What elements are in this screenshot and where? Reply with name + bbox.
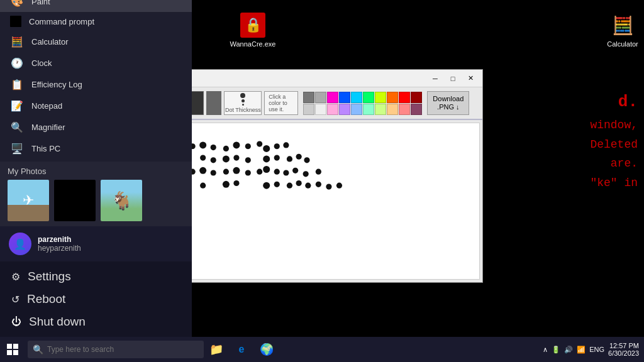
start-menu-bottom: ⚙ Settings ↺ Reboot ⏻ Shut down — [0, 261, 192, 337]
clock-time: 12:57 PM — [609, 342, 639, 349]
thispc-sm-icon: 🖥️ — [10, 141, 24, 155]
svg-point-3 — [199, 141, 206, 148]
reboot-item[interactable]: ↺ Reboot — [0, 288, 192, 310]
search-input[interactable] — [47, 345, 199, 354]
palette-color-19[interactable] — [399, 104, 410, 115]
start-app-thispc[interactable]: 🖥️ This PC — [0, 138, 192, 159]
palette-color-15[interactable] — [351, 104, 362, 115]
desktop-icon-wannacre[interactable]: 🔒 WannaCre.exe — [233, 13, 273, 48]
palette-color-1[interactable] — [303, 92, 314, 103]
settings-item[interactable]: ⚙ Settings — [0, 265, 192, 288]
start-menu-user[interactable]: 👤 parzenith heyparzenith — [0, 226, 192, 261]
taskbar-edge[interactable]: e — [229, 337, 254, 362]
svg-point-22 — [304, 157, 309, 163]
palette-color-2[interactable] — [315, 92, 326, 103]
color-palette — [303, 92, 422, 115]
svg-point-10 — [274, 143, 280, 149]
palette-color-6[interactable] — [363, 92, 374, 103]
palette-color-10[interactable] — [411, 92, 422, 103]
paint-icon: 🎨 — [10, 0, 24, 8]
svg-point-7 — [245, 143, 251, 149]
cmd-background-text: d. window, Deleted are. "ke" in — [590, 88, 638, 193]
start-app-efflog[interactable]: 📋 Efficiency Log — [0, 74, 192, 95]
start-button[interactable] — [0, 337, 25, 362]
my-photos-label: My Photos — [8, 167, 184, 176]
palette-color-4[interactable] — [339, 92, 350, 103]
photo-goat[interactable] — [101, 180, 142, 221]
user-name: parzenith — [38, 235, 81, 244]
shutdown-item[interactable]: ⏻ Shut down — [0, 310, 192, 333]
color-picker-instruction[interactable]: Click a color to use it. — [264, 91, 298, 115]
palette-color-17[interactable] — [375, 104, 386, 115]
cmd-icon — [10, 16, 21, 27]
search-icon: 🔍 — [33, 344, 43, 354]
expand-tray-icon[interactable]: ∧ — [543, 346, 548, 354]
svg-point-26 — [199, 167, 206, 174]
svg-point-21 — [296, 154, 302, 160]
paint-window-title: Paint — [151, 74, 425, 83]
lang-indicator[interactable]: ENG — [589, 346, 604, 353]
palette-color-8[interactable] — [387, 92, 398, 103]
palette-color-13[interactable] — [327, 104, 338, 115]
paint-maximize-button[interactable]: □ — [446, 73, 460, 84]
palette-color-5[interactable] — [351, 92, 362, 103]
user-avatar: 👤 — [9, 233, 31, 255]
palette-color-20[interactable] — [411, 104, 422, 115]
start-app-clock[interactable]: 🕐 Clock — [0, 52, 192, 74]
palette-color-3[interactable] — [327, 92, 338, 103]
clock[interactable]: 12:57 PM 6/30/2023 — [608, 342, 639, 357]
svg-point-48 — [326, 184, 331, 189]
notepad-icon: 📝 — [10, 99, 24, 112]
svg-point-16 — [233, 155, 239, 161]
svg-point-8 — [257, 141, 262, 146]
palette-color-14[interactable] — [339, 104, 350, 115]
svg-point-35 — [292, 168, 298, 173]
svg-point-18 — [263, 155, 270, 162]
svg-point-40 — [223, 181, 230, 188]
clock-date: 6/30/2023 — [608, 349, 639, 357]
dot-thickness-selector[interactable]: Dot Thickness — [224, 91, 262, 115]
photo-windows[interactable] — [54, 180, 96, 221]
svg-point-27 — [211, 170, 216, 175]
calc-icon: 🧮 — [10, 35, 24, 48]
svg-point-4 — [211, 145, 216, 150]
palette-color-9[interactable] — [399, 92, 410, 103]
taskbar-explorer[interactable]: 📁 — [204, 337, 229, 362]
palette-color-7[interactable] — [375, 92, 386, 103]
start-menu-apps-list: 🏪 Misrosoft Store 🎨 Paint Command prompt… — [0, 0, 192, 162]
svg-point-14 — [211, 157, 216, 163]
palette-color-12[interactable] — [315, 104, 326, 115]
taskbar-browser2[interactable]: 🌍 — [254, 337, 279, 362]
palette-color-11[interactable] — [303, 104, 314, 115]
svg-point-44 — [287, 183, 292, 189]
svg-point-20 — [287, 156, 292, 162]
download-button[interactable]: Download.PNG ↓ — [427, 91, 469, 115]
settings-icon: ⚙ — [11, 271, 20, 283]
start-app-notepad[interactable]: 📝 Notepad — [0, 95, 192, 116]
svg-point-13 — [200, 155, 206, 161]
start-app-cmd[interactable]: Command prompt — [0, 12, 192, 31]
svg-point-19 — [274, 155, 280, 161]
start-menu-photos: My Photos — [0, 162, 192, 226]
efflog-icon: 📋 — [10, 77, 24, 91]
palette-color-18[interactable] — [387, 104, 398, 115]
search-bar[interactable]: 🔍 — [28, 341, 204, 358]
svg-point-28 — [223, 169, 229, 175]
svg-point-34 — [283, 170, 289, 175]
shutdown-icon: ⏻ — [11, 316, 21, 327]
paint-minimize-button[interactable]: ─ — [428, 73, 442, 84]
color-block-darkgray[interactable] — [206, 91, 221, 115]
photo-airplane[interactable] — [8, 180, 49, 221]
clock-icon: 🕐 — [10, 56, 24, 70]
start-app-paint[interactable]: 🎨 Paint — [0, 0, 192, 12]
start-app-calculator[interactable]: 🧮 Calculator — [0, 31, 192, 52]
svg-point-39 — [200, 183, 206, 189]
reboot-icon: ↺ — [11, 293, 19, 305]
palette-color-16[interactable] — [363, 104, 374, 115]
color-picker-text: Click a color to use it. — [269, 94, 294, 112]
start-app-magnifier[interactable]: 🔍 Magnifier — [0, 116, 192, 138]
svg-point-46 — [305, 183, 311, 189]
desktop-icon-calculator[interactable]: 🧮 Calculator — [602, 13, 643, 48]
volume-icon: 🔊 — [564, 346, 573, 354]
paint-close-button[interactable]: ✕ — [464, 73, 477, 84]
